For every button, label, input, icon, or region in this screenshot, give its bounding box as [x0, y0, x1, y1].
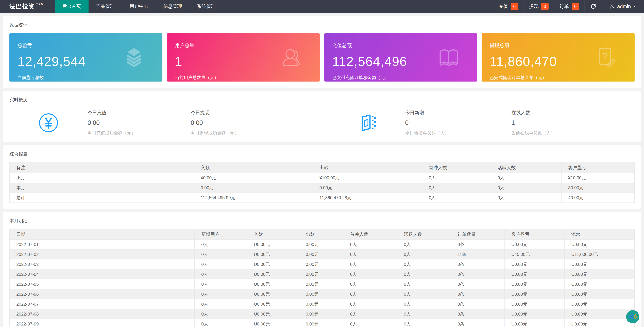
- layers-icon: [123, 47, 145, 68]
- table-cell: 0人: [397, 309, 451, 319]
- stat-cards: 总盈亏 12,429,544 当前盈亏总数 用户总量 1 当前用户总数量（人） …: [10, 33, 634, 82]
- table-cell: U0.00元: [247, 309, 299, 319]
- table-row: 2022-07-070人U0.00元0.00元0人0人0条U0.00元U0.00…: [10, 299, 634, 309]
- recharge-count-badge: 0: [511, 3, 518, 10]
- table-cell: U0.00元: [504, 319, 564, 327]
- table-cell: 0.00元: [194, 183, 312, 193]
- stat-today-withdraw: 今日提现 0.00 今日提现成功金额（元）: [191, 110, 330, 136]
- nav-item-users[interactable]: 用户中心: [122, 0, 156, 13]
- table-cell: 0条: [451, 299, 504, 309]
- table-cell: 0人: [491, 173, 561, 183]
- stat-card-total-recharge: 充值总额 112,564,496 已支付充值订单总金额（元）: [324, 33, 477, 82]
- table-header-row: 备注入款出款首冲人数活跃人数客户盈亏: [10, 162, 634, 173]
- table-row: 2022-07-050人U0.00元0.00元0人0人0条U0.00元U0.00…: [10, 279, 634, 289]
- summary-report-panel: 综合报表 备注入款出款首冲人数活跃人数客户盈亏上月¥0.00元¥100.00元0…: [3, 145, 641, 209]
- panel-title: 实时概况: [10, 97, 634, 103]
- nav-item-info[interactable]: 信息管理: [156, 0, 190, 13]
- yen-circle-icon: [10, 113, 88, 133]
- table-cell: 0条: [451, 240, 504, 249]
- brand-logo[interactable]: 法巴投资 TP6: [0, 0, 55, 13]
- withdraw-count-badge: 0: [541, 3, 548, 10]
- table-cell: U0.00元: [247, 249, 299, 259]
- top-navbar: 法巴投资 TP6 后台首页 产品管理 用户中心 信息管理 系统管理 充值 0 提…: [0, 0, 644, 13]
- table-cell: U0.00元: [247, 240, 299, 249]
- table-cell: 0.00元: [299, 289, 344, 299]
- quick-label: 订单: [560, 3, 569, 10]
- table-cell: 2022-07-05: [10, 279, 194, 289]
- nav-recharge-button[interactable]: 充值 0: [493, 0, 524, 13]
- table-cell: 总计: [10, 193, 194, 203]
- table-cell: 0.00元: [299, 319, 344, 327]
- table-cell: 0人: [491, 193, 561, 203]
- table-cell: 0.00元: [299, 259, 344, 269]
- table-row: 本月0.00元0.00元0人0人30.00元: [10, 183, 634, 193]
- table-row: 2022-07-040人U0.00元0.00元0人0人0条U0.00元U0.00…: [10, 269, 634, 279]
- table-cell: 0人: [422, 193, 491, 203]
- column-header: 客户盈亏: [561, 162, 634, 173]
- table-cell: 11,860,470.28元: [312, 193, 422, 203]
- user-menu[interactable]: admin: [602, 0, 639, 13]
- table-cell: 2022-07-06: [10, 289, 194, 299]
- table-cell: 0.00元: [299, 249, 344, 259]
- month-detail-table: 日期新增用户入款出款首冲人数活跃人数订单数量客户盈亏流水2022-07-010人…: [10, 229, 634, 327]
- table-cell: 0人: [194, 249, 247, 259]
- table-cell: U0.00元: [564, 269, 634, 279]
- stat-label: 今日提现: [191, 110, 330, 116]
- column-header: 客户盈亏: [504, 229, 564, 240]
- table-cell: 0人: [397, 269, 451, 279]
- table-cell: 0条: [451, 289, 504, 299]
- nav-item-home[interactable]: 后台首页: [55, 0, 88, 13]
- stat-value: 0: [405, 119, 511, 126]
- table-cell: 0人: [397, 279, 451, 289]
- table-cell: 0.00元: [299, 299, 344, 309]
- book-icon: [438, 47, 460, 68]
- nav-orders-button[interactable]: 订单 0: [554, 0, 584, 13]
- column-header: 入款: [194, 162, 312, 173]
- column-header: 出款: [299, 229, 344, 240]
- table-cell: 2022-07-08: [10, 309, 194, 319]
- stat-value: 0.00: [191, 119, 330, 126]
- table-cell: 0人: [194, 240, 247, 249]
- table-cell: U0.00元: [564, 279, 634, 289]
- table-cell: U0.00元: [564, 299, 634, 309]
- panel-title: 数据统计: [10, 22, 634, 28]
- nav-item-products[interactable]: 产品管理: [88, 0, 122, 13]
- table-cell: 0条: [451, 309, 504, 319]
- table-cell: 0人: [343, 319, 397, 327]
- table-cell: 0人: [343, 299, 397, 309]
- table-cell: 40.00元: [561, 193, 634, 203]
- table-cell: U45.00元: [504, 249, 564, 259]
- column-header: 入款: [247, 229, 299, 240]
- table-cell: U0.00元: [504, 299, 564, 309]
- table-cell: 0人: [422, 183, 491, 193]
- stat-caption: 当前在线会员数（人）: [511, 130, 634, 136]
- table-cell: 0条: [451, 259, 504, 269]
- table-cell: 112,564,495.99元: [194, 193, 312, 203]
- refresh-button[interactable]: [584, 0, 602, 13]
- quick-label: 充值: [498, 3, 508, 10]
- column-header: 活跃人数: [397, 229, 451, 240]
- stat-caption: 今日充值成功金额（元）: [88, 130, 191, 136]
- stat-online-members: 在线人数 1 当前在线会员数（人）: [511, 110, 634, 136]
- nav-item-system[interactable]: 系统管理: [190, 0, 223, 13]
- stat-label: 今日充值: [88, 110, 191, 116]
- nav-withdraw-button[interactable]: 提现 0: [524, 0, 554, 13]
- user-icon: [280, 47, 302, 68]
- table-cell: 0人: [397, 259, 451, 269]
- table-cell: 上月: [10, 173, 194, 183]
- column-header: 新增用户: [194, 229, 247, 240]
- table-cell: U0.00元: [247, 259, 299, 269]
- table-cell: 0人: [422, 173, 491, 183]
- stat-label: 今日新增: [405, 110, 511, 116]
- column-header: 首冲人数: [343, 229, 397, 240]
- table-cell: 0人: [397, 299, 451, 309]
- table-cell: 0人: [343, 269, 397, 279]
- table-cell: 0.00元: [312, 183, 422, 193]
- table-cell: 0条: [451, 279, 504, 289]
- table-row: 2022-07-010人U0.00元0.00元0人0人0条U0.00元U0.00…: [10, 240, 634, 249]
- column-header: 首冲人数: [422, 162, 491, 173]
- table-cell: U0.00元: [504, 309, 564, 319]
- card-caption: 已完成提现订单总金额（元）: [490, 75, 626, 81]
- panel-title: 综合报表: [10, 151, 634, 157]
- announcement-fab-button[interactable]: [626, 310, 639, 323]
